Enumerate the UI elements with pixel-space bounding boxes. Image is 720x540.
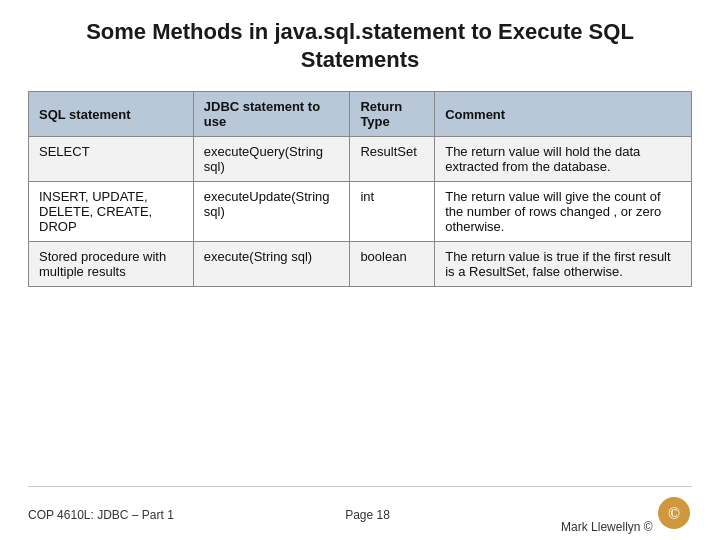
col-header-return: Return Type: [350, 92, 435, 137]
cell-comment-2: The return value is true if the first re…: [435, 242, 692, 287]
cell-sql-1: INSERT, UPDATE, DELETE, CREATE, DROP: [29, 182, 194, 242]
col-header-comment: Comment: [435, 92, 692, 137]
table-row: SELECT executeQuery(String sql) ResultSe…: [29, 137, 692, 182]
footer-right: Mark Llewellyn © ©: [561, 495, 692, 534]
cell-sql-0: SELECT: [29, 137, 194, 182]
col-header-sql: SQL statement: [29, 92, 194, 137]
page-title: Some Methods in java.sql.statement to Ex…: [28, 18, 692, 73]
footer: COP 4610L: JDBC – Part 1 Page 18 Mark Ll…: [28, 486, 692, 540]
col-header-jdbc: JDBC statement to use: [193, 92, 350, 137]
cell-comment-1: The return value will give the count of …: [435, 182, 692, 242]
cell-jdbc-1: executeUpdate(String sql): [193, 182, 350, 242]
svg-text:©: ©: [668, 505, 680, 522]
table-row: Stored procedure with multiple results e…: [29, 242, 692, 287]
cell-return-2: boolean: [350, 242, 435, 287]
cell-return-1: int: [350, 182, 435, 242]
footer-center: Page 18: [345, 508, 390, 522]
cell-sql-2: Stored procedure with multiple results: [29, 242, 194, 287]
cell-comment-0: The return value will hold the data extr…: [435, 137, 692, 182]
footer-logo: ©: [656, 495, 692, 531]
cell-return-0: ResultSet: [350, 137, 435, 182]
cell-jdbc-2: execute(String sql): [193, 242, 350, 287]
footer-left: COP 4610L: JDBC – Part 1: [28, 508, 174, 522]
cell-jdbc-0: executeQuery(String sql): [193, 137, 350, 182]
page: Some Methods in java.sql.statement to Ex…: [0, 0, 720, 540]
methods-table: SQL statement JDBC statement to use Retu…: [28, 91, 692, 287]
table-row: INSERT, UPDATE, DELETE, CREATE, DROP exe…: [29, 182, 692, 242]
